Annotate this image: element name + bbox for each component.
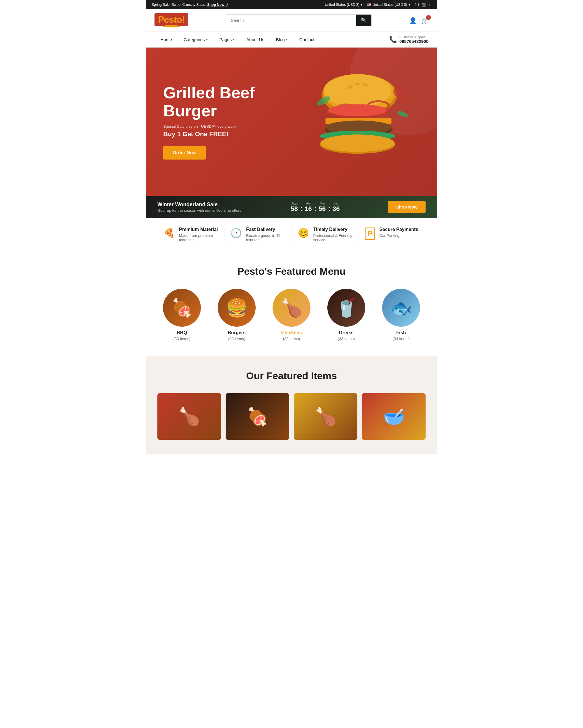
svg-point-5 xyxy=(355,82,360,85)
blog-chevron: ▾ xyxy=(286,37,288,42)
support-info: Customer support 098765432900 xyxy=(399,35,428,44)
announcement-left: Spring Sale: Sweet Crunchy Salad. xyxy=(151,3,206,7)
feature-fast-title: Fast Delivery xyxy=(246,227,285,232)
svg-point-9 xyxy=(328,104,387,116)
featured-menu-title: Pesto's Featured Menu xyxy=(158,266,425,277)
item-emoji-1: 🍗 xyxy=(178,406,200,427)
item-emoji-3: 🍗 xyxy=(315,406,337,427)
feature-timely-text: Timely Delivery Professional & Friendly … xyxy=(313,227,353,242)
search-input[interactable] xyxy=(226,15,356,26)
twitter-icon[interactable]: t xyxy=(418,2,419,7)
sale-subtitle: Gear up for the season with our limited-… xyxy=(158,208,243,213)
sale-text-block: Winter Wonderland Sale Gear up for the s… xyxy=(158,202,243,213)
sale-bar: Winter Wonderland Sale Gear up for the s… xyxy=(146,196,437,218)
phone-icon: 📞 xyxy=(389,36,397,44)
logo-underline xyxy=(163,25,180,27)
facebook-icon[interactable]: f xyxy=(415,2,416,7)
feature-secure-text: Secure Payments Car Parking xyxy=(379,227,418,238)
announcement-shop-now[interactable]: Shop Now ↗ xyxy=(207,3,228,7)
category-chickens[interactable]: 🍗 Chickens (33 Items) xyxy=(267,289,316,341)
hero-banner: Grilled Beef Burger Special Deal only on… xyxy=(146,48,437,196)
instagram-icon[interactable]: 📷 xyxy=(421,2,426,7)
social-icons: f t 📷 in xyxy=(415,2,432,7)
hero-deal: Buy 1 Get One FREE! xyxy=(163,130,292,138)
countdown-sep-2: : xyxy=(314,205,316,212)
currency-label: United States (USD $) xyxy=(325,3,359,7)
order-now-button[interactable]: Order Now xyxy=(163,146,206,159)
user-icon[interactable]: 👤 xyxy=(409,17,417,24)
countdown-days: Days 58 xyxy=(290,202,298,213)
featured-items-section: Our Featured Items 🍗 🍖 🍗 🥣 xyxy=(146,356,437,454)
category-drinks[interactable]: 🥤 Drinks (33 Items) xyxy=(322,289,371,341)
pages-chevron: ▾ xyxy=(233,37,235,42)
countdown-sep-1: : xyxy=(300,205,302,212)
country-chevron: ▾ xyxy=(408,3,410,7)
nav-blog[interactable]: Blog ▾ xyxy=(270,32,294,47)
timely-icon: 😊 xyxy=(298,228,309,239)
bbq-emoji: 🍖 xyxy=(171,297,193,318)
item-img-2: 🍖 xyxy=(226,393,289,440)
cart-icon[interactable]: 🛒 2 xyxy=(421,17,428,24)
feature-secure-title: Secure Payments xyxy=(379,227,418,232)
features-strip: 🍕 Premium Material Made from premium mat… xyxy=(146,218,437,251)
categories-chevron: ▾ xyxy=(206,37,208,42)
category-fish[interactable]: 🐟 Fish (33 Items) xyxy=(377,289,425,341)
category-bbq[interactable]: 🍖 BBQ (33 Items) xyxy=(158,289,206,341)
navigation: Home Categories ▾ Pages ▾ About Us Blog … xyxy=(146,32,437,48)
flag-icon: 🇺🇸 xyxy=(367,3,371,7)
header-actions: 👤 🛒 2 xyxy=(409,17,428,24)
search-bar: 🔍 xyxy=(226,14,372,26)
hero-content: Grilled Beef Burger Special Deal only on… xyxy=(163,84,292,159)
shop-now-button[interactable]: Shop Now xyxy=(388,201,425,213)
category-drinks-img: 🥤 xyxy=(327,289,365,327)
feature-premium-desc: Made from premium materials xyxy=(179,233,218,242)
country-label: United States (USD $) xyxy=(372,3,407,7)
feature-fast: 🕐 Fast Delivery Receive goods in 45 minu… xyxy=(224,227,292,242)
linkedin-icon[interactable]: in xyxy=(428,2,432,7)
currency-selector[interactable]: United States (USD $) ▾ xyxy=(325,3,362,7)
announcement-right: United States (USD $) ▾ 🇺🇸 United States… xyxy=(325,2,432,7)
featured-menu-section: Pesto's Featured Menu 🍖 BBQ (33 Items) 🍔… xyxy=(146,251,437,356)
logo[interactable]: Pesto! xyxy=(155,13,188,27)
feature-secure: P Secure Payments Car Parking xyxy=(359,227,425,240)
search-button[interactable]: 🔍 xyxy=(356,15,371,26)
nav-categories[interactable]: Categories ▾ xyxy=(178,32,214,47)
chicken-emoji: 🍗 xyxy=(281,297,303,318)
fast-delivery-icon: 🕐 xyxy=(230,228,242,239)
nav-pages[interactable]: Pages ▾ xyxy=(214,32,241,47)
svg-point-19 xyxy=(397,110,409,118)
premium-icon: 🍕 xyxy=(163,228,175,239)
item-emoji-4: 🥣 xyxy=(383,406,405,427)
category-burgers[interactable]: 🍔 Burgers (33 Items) xyxy=(212,289,261,341)
nav-home[interactable]: Home xyxy=(155,32,178,47)
category-fish-name: Fish xyxy=(396,330,406,335)
item-card-4[interactable]: 🥣 xyxy=(362,393,425,440)
item-img-1: 🍗 xyxy=(158,393,221,440)
nav-about[interactable]: About Us xyxy=(241,32,270,47)
category-chickens-count: (33 Items) xyxy=(283,337,300,341)
category-bbq-img: 🍖 xyxy=(163,289,201,327)
burger-illustration xyxy=(292,65,420,178)
countdown-sep-3: : xyxy=(328,205,330,212)
item-card-3[interactable]: 🍗 xyxy=(294,393,357,440)
feature-secure-desc: Car Parking xyxy=(379,233,418,238)
menu-categories: 🍖 BBQ (33 Items) 🍔 Burgers (33 Items) 🍗 … xyxy=(158,289,425,341)
feature-timely-title: Timely Delivery xyxy=(313,227,353,232)
country-selector[interactable]: 🇺🇸 United States (USD $) ▾ xyxy=(367,3,410,7)
fish-emoji: 🐟 xyxy=(390,297,412,318)
category-drinks-count: (33 Items) xyxy=(338,337,355,341)
item-card-2[interactable]: 🍖 xyxy=(226,393,289,440)
items-grid: 🍗 🍖 🍗 🥣 xyxy=(158,393,425,440)
countdown-min: Min 56 xyxy=(318,202,326,213)
category-drinks-name: Drinks xyxy=(339,330,354,335)
burger-emoji: 🍔 xyxy=(226,297,248,318)
item-card-1[interactable]: 🍗 xyxy=(158,393,221,440)
support-phone[interactable]: 098765432900 xyxy=(399,39,428,44)
category-bbq-name: BBQ xyxy=(177,330,187,335)
category-chickens-img: 🍗 xyxy=(273,289,310,327)
nav-links: Home Categories ▾ Pages ▾ About Us Blog … xyxy=(155,32,321,47)
category-burgers-img: 🍔 xyxy=(218,289,256,327)
countdown-sec: Sec 36 xyxy=(333,202,340,213)
category-burgers-name: Burgers xyxy=(228,330,245,335)
nav-contact[interactable]: Contact xyxy=(294,32,321,47)
